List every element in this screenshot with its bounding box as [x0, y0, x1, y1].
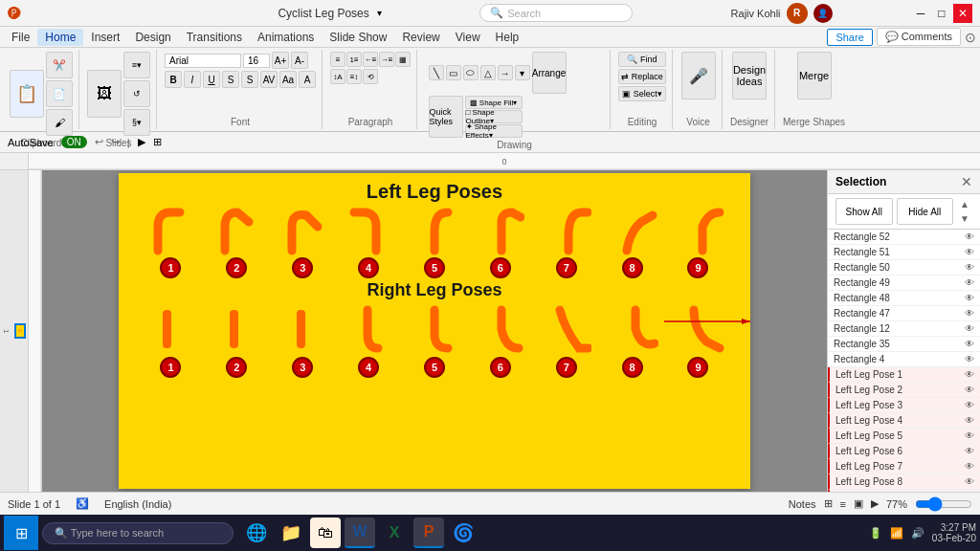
- undo-button[interactable]: ↩: [95, 136, 103, 148]
- bullets-button[interactable]: ≡: [330, 52, 345, 67]
- menu-home[interactable]: Home: [37, 29, 83, 46]
- notes-button[interactable]: Notes: [789, 498, 816, 510]
- visibility-icon[interactable]: 👁: [965, 385, 974, 395]
- triangle-shape[interactable]: △: [480, 65, 496, 80]
- view-outline-icon[interactable]: ≡: [840, 498, 846, 510]
- start-button[interactable]: ⊞: [4, 516, 38, 550]
- section-button[interactable]: §▾: [123, 109, 150, 136]
- numbering-button[interactable]: 1≡: [346, 52, 362, 67]
- selection-list-item[interactable]: Left Leg Pose 7👁: [828, 459, 980, 474]
- share-button[interactable]: Share: [827, 29, 872, 46]
- present-button[interactable]: ▶: [138, 136, 145, 148]
- title-dropdown[interactable]: ▾: [377, 8, 382, 18]
- quick-styles-button[interactable]: Quick Styles: [429, 96, 463, 138]
- merge-shapes-button[interactable]: Merge: [797, 52, 832, 99]
- rectangle-shape[interactable]: ▭: [446, 65, 461, 80]
- shape-selector[interactable]: ╲: [429, 65, 444, 80]
- shadow-button[interactable]: S: [241, 71, 258, 88]
- redo-button[interactable]: ↪: [111, 136, 120, 148]
- more-shapes[interactable]: ▾: [515, 65, 530, 80]
- slide-thumbnail-1[interactable]: ≡: [14, 323, 26, 339]
- zoom-slider[interactable]: [915, 496, 972, 512]
- replace-button[interactable]: ⇄ Replace: [618, 69, 666, 84]
- search-box[interactable]: 🔍 Search: [479, 4, 633, 22]
- visibility-icon[interactable]: 👁: [965, 339, 974, 349]
- zoom-fit-button[interactable]: ⊞: [153, 136, 162, 148]
- select-button[interactable]: ▣ Select▾: [618, 86, 666, 101]
- visibility-icon[interactable]: 👁: [965, 446, 974, 456]
- view-slideshow-icon[interactable]: ▶: [871, 497, 879, 510]
- visibility-icon[interactable]: 👁: [965, 430, 974, 441]
- find-button[interactable]: 🔍 Find: [618, 52, 666, 67]
- hide-all-button[interactable]: Hide All: [897, 198, 954, 225]
- dictate-button[interactable]: 🎤: [681, 52, 716, 99]
- taskbar-word-icon[interactable]: W: [345, 518, 375, 548]
- slide-area[interactable]: Left Leg Poses 1 2 3 4 5: [42, 170, 827, 492]
- selection-list-item[interactable]: Left Leg Pose 6👁: [828, 444, 980, 459]
- selection-list-item[interactable]: Left Leg Pose 2👁: [828, 383, 980, 398]
- visibility-icon[interactable]: 👁: [965, 277, 974, 288]
- visibility-icon[interactable]: 👁: [965, 476, 974, 487]
- selection-list-item[interactable]: Rectangle 12👁: [828, 321, 980, 337]
- font-shrink-button[interactable]: A-: [291, 52, 308, 69]
- arrange-button[interactable]: Arrange: [532, 52, 567, 94]
- comments-button[interactable]: 💬 Comments: [877, 28, 961, 46]
- selection-list-item[interactable]: Rectangle 4👁: [828, 352, 980, 367]
- visibility-icon[interactable]: 👁: [965, 400, 974, 410]
- italic-button[interactable]: I: [184, 71, 201, 88]
- increase-indent-button[interactable]: →≡: [379, 52, 394, 67]
- menu-insert[interactable]: Insert: [83, 29, 127, 46]
- font-color-button[interactable]: A: [299, 71, 316, 88]
- accessibility-icon[interactable]: ♿: [76, 497, 89, 510]
- paste-button[interactable]: 📋: [10, 70, 44, 118]
- convert-smartart-button[interactable]: ⟲: [363, 69, 378, 84]
- taskbar-excel-icon[interactable]: X: [379, 518, 410, 548]
- decrease-indent-button[interactable]: ←≡: [363, 52, 378, 67]
- menu-review[interactable]: Review: [394, 29, 447, 46]
- text-direction-button[interactable]: ↕A: [330, 69, 345, 84]
- selection-list-item[interactable]: Rectangle 35👁: [828, 337, 980, 352]
- menu-transitions[interactable]: Transitions: [179, 29, 250, 46]
- taskbar-edge-icon[interactable]: 🌐: [241, 518, 272, 548]
- menu-slideshow[interactable]: Slide Show: [322, 29, 394, 46]
- shape-effects-button[interactable]: ✦ Shape Effects▾: [465, 124, 523, 138]
- close-button[interactable]: ✕: [953, 4, 972, 23]
- selection-list-item[interactable]: Left Leg Pose 5👁: [828, 429, 980, 444]
- bold-button[interactable]: B: [165, 71, 182, 88]
- visibility-icon[interactable]: 👁: [965, 369, 974, 380]
- arrow-shape[interactable]: →: [498, 65, 513, 80]
- cut-button[interactable]: ✂️: [46, 52, 73, 78]
- selection-list-item[interactable]: Left Leg Pose 8👁: [828, 474, 980, 490]
- selection-list-item[interactable]: Rectangle 49👁: [828, 276, 980, 291]
- menu-animations[interactable]: Animations: [250, 29, 322, 46]
- taskbar-chrome-icon[interactable]: 🌀: [448, 518, 479, 548]
- font-case-button[interactable]: Aa: [279, 71, 297, 88]
- visibility-icon[interactable]: 👁: [965, 231, 974, 242]
- visibility-icon[interactable]: 👁: [965, 308, 974, 319]
- scroll-up-arrow[interactable]: ▲: [957, 198, 972, 210]
- design-ideas-button[interactable]: Design Ideas: [732, 52, 767, 99]
- cols-button[interactable]: ▦: [395, 52, 411, 67]
- char-spacing-button[interactable]: AV: [260, 71, 278, 88]
- selection-list-item[interactable]: Left Leg Pose 3👁: [828, 398, 980, 413]
- visibility-icon[interactable]: 👁: [965, 354, 974, 364]
- more-options-icon[interactable]: ⊙: [965, 30, 976, 45]
- strikethrough-button[interactable]: S: [222, 71, 239, 88]
- underline-button[interactable]: U: [203, 71, 220, 88]
- visibility-icon[interactable]: 👁: [965, 461, 974, 472]
- font-family-selector[interactable]: Arial: [165, 54, 241, 68]
- selection-list-item[interactable]: Left Leg Pose 1👁: [828, 367, 980, 383]
- shape-outline-button[interactable]: □ Shape Outline▾: [465, 110, 523, 123]
- copy-button[interactable]: 📄: [46, 80, 73, 107]
- selection-list-item[interactable]: Left Leg Pose 9👁: [828, 490, 980, 492]
- format-painter-button[interactable]: 🖌: [46, 109, 73, 136]
- align-text-button[interactable]: ≡↕: [346, 69, 362, 84]
- selection-list-item[interactable]: Rectangle 50👁: [828, 260, 980, 276]
- view-reading-icon[interactable]: ▣: [854, 497, 863, 510]
- visibility-icon[interactable]: 👁: [965, 247, 974, 257]
- selection-panel-close[interactable]: ✕: [961, 174, 972, 189]
- maximize-button[interactable]: □: [932, 4, 951, 23]
- font-grow-button[interactable]: A+: [272, 52, 289, 69]
- taskbar-ppt-icon[interactable]: P: [413, 518, 444, 548]
- visibility-icon[interactable]: 👁: [965, 293, 974, 303]
